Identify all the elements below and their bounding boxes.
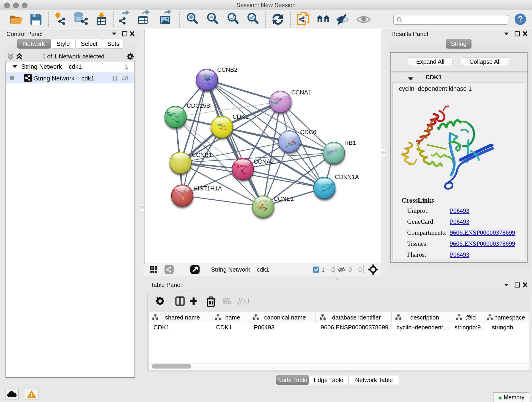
svg-text:String Network – cdk1: String Network – cdk1: [211, 266, 269, 273]
svg-text:RB1: RB1: [344, 139, 356, 146]
svg-text:CCNA2: CCNA2: [254, 158, 274, 165]
svg-text:CCNE1: CCNE1: [273, 195, 294, 202]
svg-text:CDC25B: CDC25B: [187, 102, 210, 109]
svg-text:0 – 0: 0 – 0: [348, 266, 362, 273]
svg-text:f(x): f(x): [238, 296, 249, 305]
svg-text:CDC6: CDC6: [300, 128, 317, 135]
svg-text:CDKN1A: CDKN1A: [335, 173, 359, 180]
svg-text:CDK1: CDK1: [233, 113, 248, 120]
svg-text:HIST1H1A: HIST1H1A: [193, 185, 222, 192]
svg-text:CCNA1: CCNA1: [291, 89, 311, 96]
svg-text:?: ?: [518, 14, 523, 24]
svg-text:CCNB2: CCNB2: [217, 66, 237, 73]
svg-text:CCNB1: CCNB1: [192, 152, 212, 158]
svg-text:1 – 0: 1 – 0: [322, 266, 335, 273]
